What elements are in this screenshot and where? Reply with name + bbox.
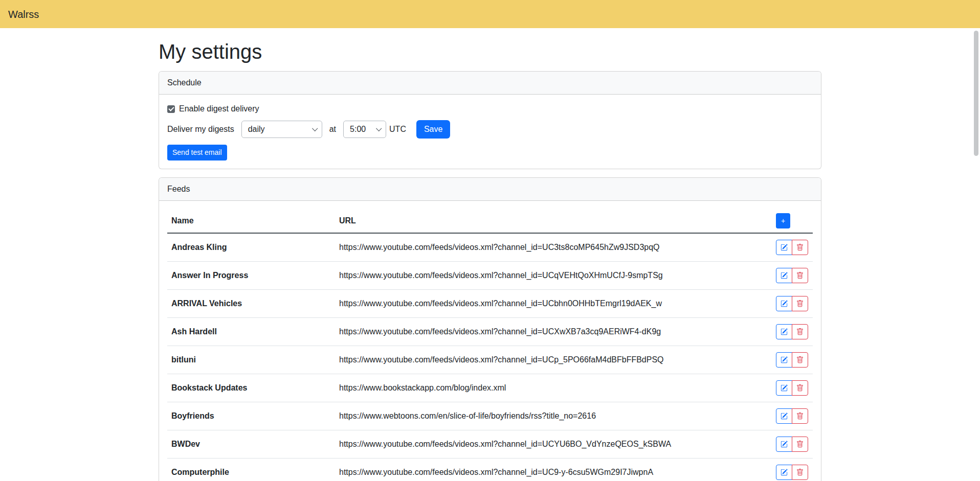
feed-url: https://www.youtube.com/feeds/videos.xml… bbox=[335, 262, 772, 290]
feed-name: Boyfriends bbox=[167, 402, 335, 430]
main-container: My settings Schedule Enable digest deliv… bbox=[152, 39, 828, 481]
frequency-value: daily bbox=[248, 123, 265, 135]
edit-feed-button[interactable] bbox=[776, 352, 792, 368]
feed-url: https://www.youtube.com/feeds/videos.xml… bbox=[335, 346, 772, 374]
trash-icon bbox=[796, 328, 804, 335]
feeds-table: Name URL + Andreas Kling https://www.you… bbox=[167, 209, 813, 481]
scrollbar-thumb[interactable] bbox=[974, 31, 978, 156]
feed-name: bitluni bbox=[167, 346, 335, 374]
pencil-square-icon bbox=[781, 328, 788, 335]
feed-url: https://www.youtube.com/feeds/videos.xml… bbox=[335, 233, 772, 262]
schedule-card-body: Enable digest delivery Deliver my digest… bbox=[159, 95, 821, 169]
feed-name: Bookstack Updates bbox=[167, 374, 335, 402]
feed-name: Computerphile bbox=[167, 459, 335, 481]
feed-url: https://www.youtube.com/feeds/videos.xml… bbox=[335, 290, 772, 318]
feed-url: https://www.youtube.com/feeds/videos.xml… bbox=[335, 459, 772, 481]
delete-feed-button[interactable] bbox=[792, 352, 808, 368]
feed-name: BWDev bbox=[167, 430, 335, 459]
table-row: ARRIVAL Vehicles https://www.youtube.com… bbox=[167, 290, 813, 318]
delete-feed-button[interactable] bbox=[792, 465, 808, 480]
brand-link[interactable]: Walrss bbox=[8, 7, 39, 22]
pencil-square-icon bbox=[781, 300, 788, 307]
delete-feed-button[interactable] bbox=[792, 324, 808, 339]
table-row: Answer In Progress https://www.youtube.c… bbox=[167, 262, 813, 290]
delete-feed-button[interactable] bbox=[792, 380, 808, 396]
edit-feed-button[interactable] bbox=[776, 268, 792, 283]
feed-actions bbox=[776, 465, 808, 480]
feeds-header-row: Name URL + bbox=[167, 209, 813, 233]
table-row: Ash Hardell https://www.youtube.com/feed… bbox=[167, 318, 813, 346]
delete-feed-button[interactable] bbox=[792, 408, 808, 424]
feeds-card: Feeds Name URL + Andreas Kling https://w… bbox=[159, 177, 821, 481]
feeds-card-body: Name URL + Andreas Kling https://www.you… bbox=[159, 201, 821, 481]
pencil-square-icon bbox=[781, 413, 788, 420]
time-value: 5:00 bbox=[350, 123, 366, 135]
feed-url: https://www.bookstackapp.com/blog/index.… bbox=[335, 374, 772, 402]
delete-feed-button[interactable] bbox=[792, 240, 808, 255]
trash-icon bbox=[796, 413, 804, 420]
page-title: My settings bbox=[159, 39, 821, 64]
feed-name: Answer In Progress bbox=[167, 262, 335, 290]
pencil-square-icon bbox=[781, 384, 788, 392]
edit-feed-button[interactable] bbox=[776, 380, 792, 396]
column-header-url: URL bbox=[335, 209, 772, 233]
top-navbar: Walrss bbox=[0, 0, 980, 28]
at-label: at bbox=[329, 123, 336, 135]
pencil-square-icon bbox=[781, 469, 788, 476]
schedule-card: Schedule Enable digest delivery Deliver … bbox=[159, 71, 821, 169]
timezone-label: UTC bbox=[389, 123, 406, 135]
edit-feed-button[interactable] bbox=[776, 437, 792, 452]
delete-feed-button[interactable] bbox=[792, 268, 808, 283]
table-row: bitluni https://www.youtube.com/feeds/vi… bbox=[167, 346, 813, 374]
table-row: BWDev https://www.youtube.com/feeds/vide… bbox=[167, 430, 813, 459]
feed-url: https://www.webtoons.com/en/slice-of-lif… bbox=[335, 402, 772, 430]
schedule-card-header: Schedule bbox=[159, 72, 821, 95]
trash-icon bbox=[796, 441, 804, 448]
feeds-card-header: Feeds bbox=[159, 178, 821, 201]
edit-feed-button[interactable] bbox=[776, 465, 792, 480]
send-test-email-button[interactable]: Send test email bbox=[167, 145, 227, 161]
pencil-square-icon bbox=[781, 244, 788, 251]
delete-feed-button[interactable] bbox=[792, 437, 808, 452]
trash-icon bbox=[796, 356, 804, 363]
feeds-table-body: Andreas Kling https://www.youtube.com/fe… bbox=[167, 233, 813, 481]
frequency-select[interactable]: daily bbox=[241, 121, 322, 138]
trash-icon bbox=[796, 244, 804, 251]
edit-feed-button[interactable] bbox=[776, 324, 792, 339]
feed-actions bbox=[776, 324, 808, 339]
feed-actions bbox=[776, 437, 808, 452]
table-row: Boyfriends https://www.webtoons.com/en/s… bbox=[167, 402, 813, 430]
feed-actions bbox=[776, 240, 808, 255]
edit-feed-button[interactable] bbox=[776, 408, 792, 424]
feed-actions bbox=[776, 352, 808, 368]
save-button[interactable]: Save bbox=[416, 120, 450, 139]
table-row: Bookstack Updates https://www.bookstacka… bbox=[167, 374, 813, 402]
enable-digest-label: Enable digest delivery bbox=[179, 103, 259, 115]
edit-feed-button[interactable] bbox=[776, 240, 792, 255]
feed-name: Andreas Kling bbox=[167, 233, 335, 262]
time-select[interactable]: 5:00 bbox=[343, 121, 386, 138]
column-header-actions: + bbox=[772, 209, 813, 233]
feed-actions bbox=[776, 380, 808, 396]
table-row: Andreas Kling https://www.youtube.com/fe… bbox=[167, 233, 813, 262]
edit-feed-button[interactable] bbox=[776, 296, 792, 311]
trash-icon bbox=[796, 272, 804, 279]
pencil-square-icon bbox=[781, 356, 788, 363]
feed-actions bbox=[776, 296, 808, 311]
feed-name: Ash Hardell bbox=[167, 318, 335, 346]
feed-url: https://www.youtube.com/feeds/videos.xml… bbox=[335, 318, 772, 346]
chevron-down-icon bbox=[376, 126, 382, 131]
table-row: Computerphile https://www.youtube.com/fe… bbox=[167, 459, 813, 481]
feed-url: https://www.youtube.com/feeds/videos.xml… bbox=[335, 430, 772, 459]
add-feed-button[interactable]: + bbox=[776, 213, 790, 228]
pencil-square-icon bbox=[781, 272, 788, 279]
delete-feed-button[interactable] bbox=[792, 296, 808, 311]
deliver-label: Deliver my digests bbox=[167, 123, 234, 135]
feed-actions bbox=[776, 408, 808, 424]
enable-digest-checkbox[interactable] bbox=[167, 105, 175, 113]
column-header-name: Name bbox=[167, 209, 335, 233]
feed-actions bbox=[776, 268, 808, 283]
trash-icon bbox=[796, 384, 804, 392]
trash-icon bbox=[796, 469, 804, 476]
chevron-down-icon bbox=[312, 126, 318, 131]
